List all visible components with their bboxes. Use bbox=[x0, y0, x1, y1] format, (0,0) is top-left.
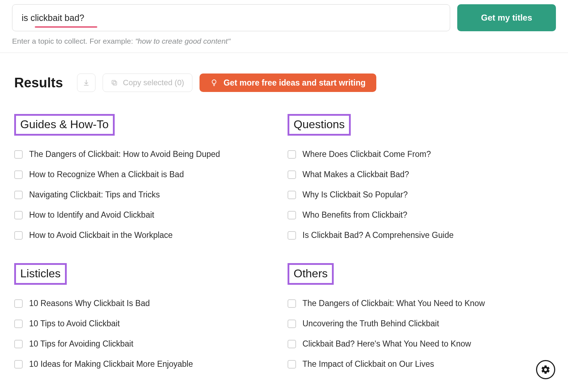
checkbox[interactable] bbox=[14, 340, 23, 348]
download-button[interactable] bbox=[77, 74, 95, 92]
category-guides: Guides & How-To The Dangers of Clickbait… bbox=[14, 114, 280, 245]
idea-text: 10 Reasons Why Clickbait Is Bad bbox=[29, 299, 150, 308]
questions-list: Where Does Clickbait Come From?What Make… bbox=[288, 144, 554, 245]
idea-row[interactable]: 10 Ideas for Making Clickbait More Enjoy… bbox=[14, 354, 280, 374]
idea-text: How to Avoid Clickbait in the Workplace bbox=[29, 230, 173, 240]
get-my-titles-button[interactable]: Get my titles bbox=[457, 4, 556, 31]
category-listicles: Listicles 10 Reasons Why Clickbait Is Ba… bbox=[14, 263, 280, 374]
search-row: Get my titles bbox=[12, 4, 556, 31]
idea-text: 10 Ideas for Making Clickbait More Enjoy… bbox=[29, 359, 193, 369]
idea-text: The Impact of Clickbait on Our Lives bbox=[302, 359, 434, 369]
search-input-wrap bbox=[12, 4, 450, 31]
category-others: Others The Dangers of Clickbait: What Yo… bbox=[288, 263, 554, 374]
idea-row[interactable]: Uncovering the Truth Behind Clickbait bbox=[288, 314, 554, 334]
settings-button[interactable] bbox=[536, 360, 555, 379]
category-heading-listicles: Listicles bbox=[14, 263, 67, 285]
checkbox[interactable] bbox=[288, 320, 296, 328]
idea-row[interactable]: The Impact of Clickbait on Our Lives bbox=[288, 354, 554, 374]
idea-row[interactable]: Who Benefits from Clickbait? bbox=[288, 205, 554, 225]
idea-text: The Dangers of Clickbait: What You Need … bbox=[302, 299, 485, 308]
results-columns: Guides & How-To The Dangers of Clickbait… bbox=[14, 114, 554, 392]
idea-row[interactable]: Why Is Clickbait So Popular? bbox=[288, 185, 554, 205]
copy-selected-button[interactable]: Copy selected (0) bbox=[103, 74, 192, 92]
results-section: Results Copy selected (0) Get more free … bbox=[0, 53, 568, 392]
checkbox[interactable] bbox=[14, 150, 23, 159]
idea-row[interactable]: How to Avoid Clickbait in the Workplace bbox=[14, 225, 280, 245]
others-list: The Dangers of Clickbait: What You Need … bbox=[288, 293, 554, 374]
idea-row[interactable]: What Makes a Clickbait Bad? bbox=[288, 164, 554, 185]
checkbox[interactable] bbox=[288, 360, 296, 369]
idea-row[interactable]: Where Does Clickbait Come From? bbox=[288, 144, 554, 164]
idea-row[interactable]: How to Recognize When a Clickbait is Bad bbox=[14, 164, 280, 185]
checkbox[interactable] bbox=[288, 211, 296, 219]
svg-rect-1 bbox=[112, 80, 116, 84]
idea-text: Who Benefits from Clickbait? bbox=[302, 210, 407, 220]
idea-row[interactable]: How to Identify and Avoid Clickbait bbox=[14, 205, 280, 225]
idea-row[interactable]: 10 Tips for Avoiding Clickbait bbox=[14, 334, 280, 354]
get-more-ideas-button[interactable]: Get more free ideas and start writing bbox=[200, 74, 376, 92]
idea-text: Clickbait Bad? Here's What You Need to K… bbox=[302, 339, 471, 349]
copy-icon bbox=[111, 79, 118, 86]
category-heading-others: Others bbox=[288, 263, 334, 285]
idea-row[interactable]: The Dangers of Clickbait: How to Avoid B… bbox=[14, 144, 280, 164]
checkbox[interactable] bbox=[14, 320, 23, 328]
checkbox[interactable] bbox=[288, 191, 296, 199]
idea-text: How to Identify and Avoid Clickbait bbox=[29, 210, 154, 220]
checkbox[interactable] bbox=[14, 191, 23, 199]
left-column: Guides & How-To The Dangers of Clickbait… bbox=[14, 114, 280, 392]
checkbox[interactable] bbox=[288, 299, 296, 308]
search-section: Get my titles Enter a topic to collect. … bbox=[0, 0, 568, 53]
checkbox[interactable] bbox=[14, 170, 23, 179]
helper-example: "how to create good content" bbox=[135, 37, 230, 45]
idea-text: Navigating Clickbait: Tips and Tricks bbox=[29, 190, 160, 200]
idea-row[interactable]: Navigating Clickbait: Tips and Tricks bbox=[14, 185, 280, 205]
gear-icon bbox=[541, 365, 551, 375]
copy-selected-label: Copy selected (0) bbox=[123, 78, 184, 87]
right-column: Questions Where Does Clickbait Come From… bbox=[288, 114, 554, 392]
idea-text: What Makes a Clickbait Bad? bbox=[302, 170, 409, 179]
checkbox[interactable] bbox=[288, 150, 296, 159]
checkbox[interactable] bbox=[14, 360, 23, 369]
search-helper-text: Enter a topic to collect. For example: "… bbox=[12, 37, 556, 45]
checkbox[interactable] bbox=[288, 340, 296, 348]
idea-row[interactable]: 10 Tips to Avoid Clickbait bbox=[14, 314, 280, 334]
idea-text: 10 Tips to Avoid Clickbait bbox=[29, 319, 120, 328]
download-icon bbox=[82, 79, 90, 87]
category-questions: Questions Where Does Clickbait Come From… bbox=[288, 114, 554, 245]
idea-text: Where Does Clickbait Come From? bbox=[302, 149, 431, 159]
checkbox[interactable] bbox=[288, 170, 296, 179]
category-heading-guides: Guides & How-To bbox=[14, 114, 115, 136]
svg-point-2 bbox=[212, 80, 216, 84]
idea-text: 10 Tips for Avoiding Clickbait bbox=[29, 339, 133, 349]
idea-text: Uncovering the Truth Behind Clickbait bbox=[302, 319, 439, 328]
category-heading-questions: Questions bbox=[288, 114, 351, 136]
helper-prefix: Enter a topic to collect. For example: bbox=[12, 37, 135, 45]
idea-row[interactable]: The Dangers of Clickbait: What You Need … bbox=[288, 293, 554, 314]
guides-list: The Dangers of Clickbait: How to Avoid B… bbox=[14, 144, 280, 245]
idea-row[interactable]: Clickbait Bad? Here's What You Need to K… bbox=[288, 334, 554, 354]
idea-row[interactable]: Is Clickbait Bad? A Comprehensive Guide bbox=[288, 225, 554, 245]
idea-text: Is Clickbait Bad? A Comprehensive Guide bbox=[302, 230, 454, 240]
listicles-list: 10 Reasons Why Clickbait Is Bad10 Tips t… bbox=[14, 293, 280, 374]
svg-rect-0 bbox=[113, 82, 117, 85]
checkbox[interactable] bbox=[14, 299, 23, 308]
lightbulb-icon bbox=[210, 79, 218, 87]
idea-row[interactable]: 10 Reasons Why Clickbait Is Bad bbox=[14, 293, 280, 314]
results-header: Results Copy selected (0) Get more free … bbox=[14, 74, 554, 92]
search-underline bbox=[35, 26, 97, 28]
checkbox[interactable] bbox=[288, 231, 296, 240]
checkbox[interactable] bbox=[14, 211, 23, 219]
idea-text: The Dangers of Clickbait: How to Avoid B… bbox=[29, 149, 220, 159]
get-more-label: Get more free ideas and start writing bbox=[224, 78, 366, 88]
idea-text: How to Recognize When a Clickbait is Bad bbox=[29, 170, 184, 179]
checkbox[interactable] bbox=[14, 231, 23, 240]
idea-text: Why Is Clickbait So Popular? bbox=[302, 190, 408, 200]
results-title: Results bbox=[14, 75, 63, 91]
